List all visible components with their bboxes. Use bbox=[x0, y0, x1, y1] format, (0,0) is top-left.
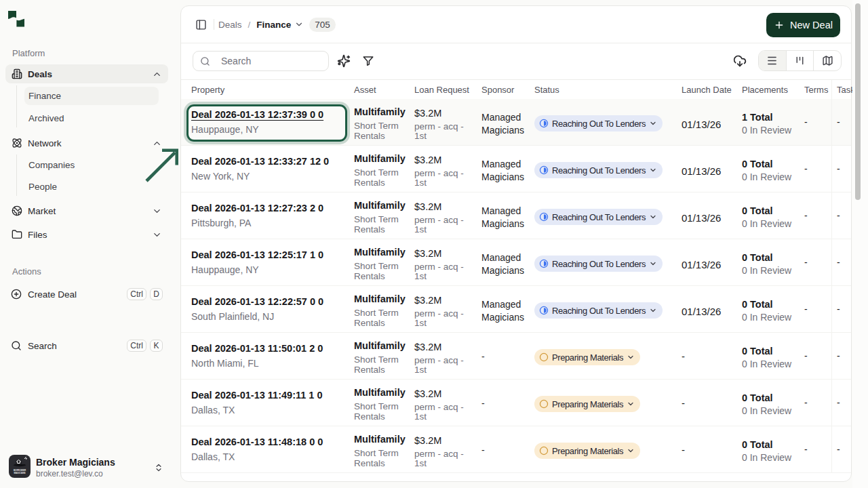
svg-text:MAGICIANS: MAGICIANS bbox=[14, 472, 25, 474]
